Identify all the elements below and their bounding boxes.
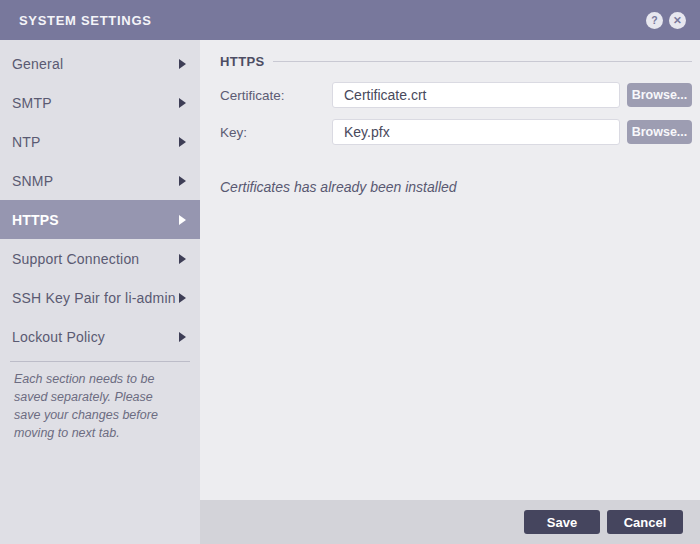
chevron-right-icon bbox=[179, 176, 186, 186]
certificate-input[interactable] bbox=[332, 82, 620, 108]
chevron-right-icon bbox=[179, 293, 186, 303]
dialog-body: General SMTP NTP SNMP HTTPS Support Conn… bbox=[0, 40, 700, 544]
sidebar-item-label: General bbox=[12, 56, 63, 72]
sidebar-item-smtp[interactable]: SMTP bbox=[0, 83, 200, 122]
section-title: HTTPS bbox=[220, 54, 265, 69]
cancel-button[interactable]: Cancel bbox=[607, 510, 683, 534]
certificate-label: Certificate: bbox=[220, 88, 325, 103]
sidebar-item-label: HTTPS bbox=[12, 212, 59, 228]
footer: Save Cancel bbox=[200, 500, 700, 544]
sidebar-item-label: SNMP bbox=[12, 173, 53, 189]
chevron-right-icon bbox=[179, 98, 186, 108]
sidebar-item-ssh-key-pair[interactable]: SSH Key Pair for li-admin bbox=[0, 278, 200, 317]
help-icon[interactable]: ? bbox=[646, 12, 663, 29]
sidebar-item-label: SMTP bbox=[12, 95, 52, 111]
sidebar-item-https[interactable]: HTTPS bbox=[0, 200, 200, 239]
sidebar-item-ntp[interactable]: NTP bbox=[0, 122, 200, 161]
certificate-field-row: Certificate: Browse... bbox=[220, 82, 692, 108]
key-browse-button[interactable]: Browse... bbox=[627, 120, 692, 144]
titlebar: SYSTEM SETTINGS ? ✕ bbox=[0, 0, 700, 40]
status-message: Certificates has already been installed bbox=[220, 179, 692, 195]
close-icon[interactable]: ✕ bbox=[669, 12, 686, 29]
chevron-right-icon bbox=[179, 332, 186, 342]
sidebar-item-label: Lockout Policy bbox=[12, 329, 105, 345]
key-field-row: Key: Browse... bbox=[220, 119, 692, 145]
chevron-right-icon bbox=[179, 215, 186, 225]
sidebar-item-label: NTP bbox=[12, 134, 41, 150]
chevron-right-icon bbox=[179, 59, 186, 69]
save-button[interactable]: Save bbox=[524, 510, 600, 534]
key-label: Key: bbox=[220, 125, 325, 140]
titlebar-icons: ? ✕ bbox=[646, 12, 686, 29]
sidebar-item-label: SSH Key Pair for li-admin bbox=[12, 290, 176, 306]
https-panel: HTTPS Certificate: Browse... Key: Browse… bbox=[200, 40, 700, 500]
section-rule bbox=[273, 61, 692, 62]
content-column: HTTPS Certificate: Browse... Key: Browse… bbox=[200, 40, 700, 544]
key-input[interactable] bbox=[332, 119, 620, 145]
sidebar-item-label: Support Connection bbox=[12, 251, 139, 267]
sidebar-item-general[interactable]: General bbox=[0, 44, 200, 83]
sidebar-item-snmp[interactable]: SNMP bbox=[0, 161, 200, 200]
sidebar-note: Each section needs to be saved separatel… bbox=[0, 362, 186, 443]
certificate-browse-button[interactable]: Browse... bbox=[627, 83, 692, 107]
system-settings-window: SYSTEM SETTINGS ? ✕ General SMTP NTP SNM… bbox=[0, 0, 700, 544]
sidebar: General SMTP NTP SNMP HTTPS Support Conn… bbox=[0, 40, 200, 544]
chevron-right-icon bbox=[179, 137, 186, 147]
window-title: SYSTEM SETTINGS bbox=[19, 13, 152, 28]
sidebar-item-lockout-policy[interactable]: Lockout Policy bbox=[0, 317, 200, 356]
section-header: HTTPS bbox=[220, 54, 692, 69]
sidebar-item-support-connection[interactable]: Support Connection bbox=[0, 239, 200, 278]
chevron-right-icon bbox=[179, 254, 186, 264]
